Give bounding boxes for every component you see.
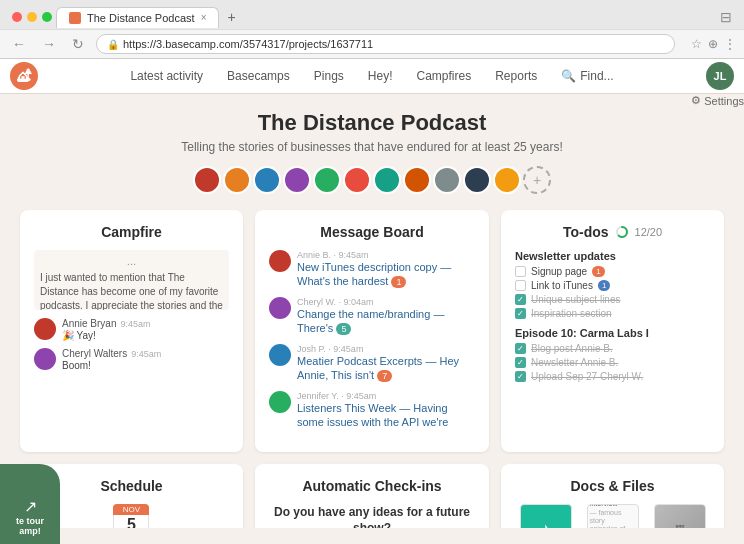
campfire-preview-body: I just wanted to mention that The Distan… bbox=[40, 271, 223, 310]
campfire-title[interactable]: Campfire bbox=[34, 224, 229, 240]
chat-text-2: Boom! bbox=[62, 359, 229, 372]
campfire-preview: … I just wanted to mention that The Dist… bbox=[34, 250, 229, 310]
msg-badge-2: 5 bbox=[336, 323, 351, 335]
avatar-2[interactable] bbox=[223, 166, 251, 194]
project-title: The Distance Podcast bbox=[20, 110, 724, 136]
doc-thumb-intro[interactable]: Intro/Outro for Victor's Interview— famo… bbox=[587, 504, 639, 528]
settings-label: Settings bbox=[704, 95, 744, 107]
todo-checkbox-6[interactable]: ✓ bbox=[515, 357, 526, 368]
msg-title-3[interactable]: Meatier Podcast Excerpts — Hey Annie, Th… bbox=[297, 354, 475, 383]
msg-content-1: Annie B. · 9:45am New iTunes description… bbox=[297, 250, 475, 289]
msg-title-1[interactable]: New iTunes description copy — What's the… bbox=[297, 260, 475, 289]
project-subtitle: Telling the stories of businesses that h… bbox=[20, 140, 724, 154]
todo-checkbox-1[interactable] bbox=[515, 266, 526, 277]
tab-close-icon[interactable]: × bbox=[201, 12, 207, 23]
todo-section-episode: Episode 10: Carma Labs I ✓ Blog post Ann… bbox=[515, 327, 710, 382]
schedule-title[interactable]: Schedule bbox=[34, 478, 229, 494]
todo-badge-1: 1 bbox=[592, 266, 604, 277]
progress-ring bbox=[615, 225, 629, 239]
avatar-6[interactable] bbox=[343, 166, 371, 194]
avatar-3[interactable] bbox=[253, 166, 281, 194]
chat-avatar-2 bbox=[34, 348, 56, 370]
forward-button[interactable]: → bbox=[38, 36, 60, 52]
avatar-7[interactable] bbox=[373, 166, 401, 194]
doc-item-music: ♪ MusicUsage bbox=[515, 504, 576, 528]
todo-checkbox-2[interactable] bbox=[515, 280, 526, 291]
bookmark-button[interactable]: ☆ bbox=[691, 37, 702, 51]
tour-text: te tour amp! bbox=[16, 516, 44, 536]
todo-text-7: Upload Sep 27 Cheryl W. bbox=[531, 371, 643, 382]
back-button[interactable]: ← bbox=[8, 36, 30, 52]
todo-text-6: Newsletter Annie B. bbox=[531, 357, 618, 368]
active-tab[interactable]: The Distance Podcast × bbox=[56, 7, 219, 28]
close-button[interactable] bbox=[12, 12, 22, 22]
app-logo[interactable]: 🏕 bbox=[10, 62, 38, 90]
nav-reports[interactable]: Reports bbox=[483, 65, 549, 87]
app-nav: 🏕 Latest activity Basecamps Pings Hey! C… bbox=[0, 59, 744, 94]
avatar-11[interactable] bbox=[493, 166, 521, 194]
nav-latest-activity[interactable]: Latest activity bbox=[118, 65, 215, 87]
docs-title[interactable]: Docs & Files bbox=[515, 478, 710, 494]
doc-item-cover: 🖼 Final Cove... bbox=[649, 504, 710, 528]
nav-left: 🏕 bbox=[10, 62, 38, 90]
chat-name-1: Annie Bryan bbox=[62, 318, 116, 329]
nav-campfires[interactable]: Campfires bbox=[405, 65, 484, 87]
avatar-4[interactable] bbox=[283, 166, 311, 194]
nav-hey[interactable]: Hey! bbox=[356, 65, 405, 87]
refresh-button[interactable]: ↻ bbox=[68, 36, 88, 52]
docs-grid: ♪ MusicUsage Intro/Outro for Victor's In… bbox=[515, 504, 710, 528]
todo-checkbox-4[interactable]: ✓ bbox=[515, 308, 526, 319]
checkins-title[interactable]: Automatic Check-ins bbox=[269, 478, 475, 494]
new-tab-button[interactable]: + bbox=[219, 5, 243, 29]
todos-title[interactable]: To-dos bbox=[563, 224, 609, 240]
msg-title-4[interactable]: Listeners This Week — Having some issues… bbox=[297, 401, 475, 430]
event-month-1: Nov bbox=[113, 504, 149, 515]
add-member-button[interactable]: + bbox=[523, 166, 551, 194]
avatar-9[interactable] bbox=[433, 166, 461, 194]
event-day-1: 5 bbox=[113, 515, 149, 528]
chat-message-1: Annie Bryan 9:45am 🎉 Yay! bbox=[34, 318, 229, 342]
msg-content-2: Cheryl W. · 9:04am Change the name/brand… bbox=[297, 297, 475, 336]
extension-button[interactable]: ⊕ bbox=[708, 37, 718, 51]
doc-thumb-music[interactable]: ♪ bbox=[520, 504, 572, 528]
minimize-button[interactable] bbox=[27, 12, 37, 22]
url-text: https://3.basecamp.com/3574317/projects/… bbox=[123, 38, 373, 50]
menu-button[interactable]: ⋮ bbox=[724, 37, 736, 51]
msg-avatar-2 bbox=[269, 297, 291, 319]
url-field[interactable]: 🔒 https://3.basecamp.com/3574317/project… bbox=[96, 34, 675, 54]
msg-badge-3: 7 bbox=[377, 370, 392, 382]
cover-preview: 🖼 bbox=[655, 505, 705, 528]
msg-item-2: Cheryl W. · 9:04am Change the name/brand… bbox=[269, 297, 475, 336]
todo-checkbox-3[interactable]: ✓ bbox=[515, 294, 526, 305]
msg-meta-4: Jennifer Y. · 9:45am bbox=[297, 391, 475, 401]
avatar-8[interactable] bbox=[403, 166, 431, 194]
nav-pings[interactable]: Pings bbox=[302, 65, 356, 87]
msg-avatar-4 bbox=[269, 391, 291, 413]
msg-meta-1: Annie B. · 9:45am bbox=[297, 250, 475, 260]
chat-content-2: Cheryl Walters 9:45am Boom! bbox=[62, 348, 229, 372]
schedule-events: Nov 5 Call with iTunes Dec 1 Feature Art… bbox=[34, 504, 229, 528]
nav-search[interactable]: 🔍 Find... bbox=[549, 65, 625, 87]
settings-link[interactable]: ⚙ Settings bbox=[691, 94, 744, 107]
todo-checkbox-7[interactable]: ✓ bbox=[515, 371, 526, 382]
message-board-title[interactable]: Message Board bbox=[269, 224, 475, 240]
window-controls: ⊟ bbox=[720, 9, 736, 25]
todo-section-episode-title: Episode 10: Carma Labs I bbox=[515, 327, 710, 339]
msg-title-2[interactable]: Change the name/branding — There's 5 bbox=[297, 307, 475, 336]
todo-text-1: Signup page bbox=[531, 266, 587, 277]
chat-name-2: Cheryl Walters bbox=[62, 348, 127, 359]
checkins-card: Automatic Check-ins Do you have any idea… bbox=[255, 464, 489, 528]
cards-grid: Campfire … I just wanted to mention that… bbox=[20, 210, 724, 528]
user-avatar[interactable]: JL bbox=[706, 62, 734, 90]
tour-widget[interactable]: ↗ te tour amp! bbox=[0, 464, 60, 544]
avatar-10[interactable] bbox=[463, 166, 491, 194]
maximize-button[interactable] bbox=[42, 12, 52, 22]
avatar-5[interactable] bbox=[313, 166, 341, 194]
doc-thumb-cover[interactable]: 🖼 bbox=[654, 504, 706, 528]
gear-icon: ⚙ bbox=[691, 94, 701, 107]
music-icon: ♪ bbox=[541, 519, 550, 528]
todo-checkbox-5[interactable]: ✓ bbox=[515, 343, 526, 354]
todo-text-5: Blog post Annie B. bbox=[531, 343, 613, 354]
nav-basecamps[interactable]: Basecamps bbox=[215, 65, 302, 87]
avatar-1[interactable] bbox=[193, 166, 221, 194]
